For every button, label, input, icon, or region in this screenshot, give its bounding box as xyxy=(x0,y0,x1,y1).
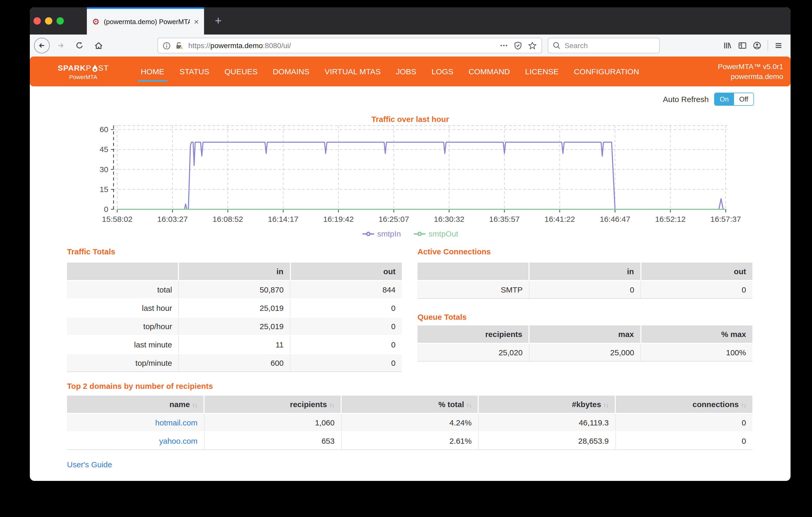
column-header-in: in xyxy=(179,263,290,281)
minimize-window-button[interactable] xyxy=(45,17,52,25)
auto-refresh-on-button[interactable]: On xyxy=(715,93,734,105)
value-pct-max: 100% xyxy=(641,343,752,361)
svg-text:0: 0 xyxy=(104,205,108,213)
row-label: total xyxy=(67,281,179,299)
back-button[interactable] xyxy=(34,38,50,53)
traffic-totals-title: Traffic Totals xyxy=(67,247,115,256)
value-in: 25,019 xyxy=(179,299,290,317)
sort-icon[interactable]: ↑↓ xyxy=(192,401,197,409)
nav-item-configuration[interactable]: CONFIGURATION xyxy=(574,67,639,76)
chart-legend: smtpIn smtpOut xyxy=(30,229,790,238)
column-header-recipients[interactable]: recipients↑↓ xyxy=(204,396,341,413)
auto-refresh-off-button[interactable]: Off xyxy=(734,93,753,105)
account-icon[interactable] xyxy=(753,41,761,50)
svg-text:16:46:47: 16:46:47 xyxy=(600,215,631,224)
flame-icon xyxy=(92,64,97,72)
nav-item-home[interactable]: HOME xyxy=(141,67,164,76)
legend-item-smtpout[interactable]: smtpOut xyxy=(413,229,458,238)
nav-item-jobs[interactable]: JOBS xyxy=(396,67,416,76)
bookmark-star-icon[interactable] xyxy=(528,41,537,50)
page-info-icon[interactable] xyxy=(163,41,171,50)
home-button[interactable] xyxy=(90,38,106,53)
zoom-window-button[interactable] xyxy=(57,17,64,25)
column-label: recipients xyxy=(290,400,327,409)
column-header-connections[interactable]: connections↑↓ xyxy=(615,396,752,413)
menu-hamburger-icon[interactable] xyxy=(774,41,783,50)
nav-item-status[interactable]: STATUS xyxy=(179,67,209,76)
domain-name-cell: hotmail.com xyxy=(67,413,204,432)
app-navbar: SPARKPST PowerMTA HOME STATUS QUEUES DOM… xyxy=(30,57,790,86)
sort-icon[interactable]: ↑↓ xyxy=(329,401,334,409)
logo-powermta-text: PowerMTA xyxy=(49,74,118,80)
legend-item-smtpin[interactable]: smtpIn xyxy=(362,229,401,238)
nav-item-queues[interactable]: QUEUES xyxy=(225,67,258,76)
column-header-name[interactable]: name↑↓ xyxy=(67,396,204,413)
close-window-button[interactable] xyxy=(33,17,41,25)
row-label: SMTP xyxy=(417,281,529,298)
column-label: % total xyxy=(438,400,464,409)
new-tab-button[interactable]: + xyxy=(210,13,226,29)
active-connections-table: in out SMTP00 xyxy=(417,263,752,299)
users-guide-link[interactable]: User's Guide xyxy=(67,460,112,469)
column-header-pct-max: % max xyxy=(641,325,752,343)
search-icon xyxy=(552,41,561,50)
svg-text:15:58:02: 15:58:02 xyxy=(102,215,133,224)
navbar-info: PowerMTA™ v5.0r1 powermta.demo xyxy=(718,61,783,81)
domain-link[interactable]: hotmail.com xyxy=(155,418,198,427)
value-pct-total: 2.61% xyxy=(341,432,478,450)
sidebar-toggle-icon[interactable] xyxy=(738,41,747,50)
url-path: :8080/ui/ xyxy=(263,41,291,50)
domain-link[interactable]: yahoo.com xyxy=(159,436,198,445)
sort-icon[interactable]: ↑↓ xyxy=(741,401,746,409)
smtpout-marker-icon xyxy=(413,231,426,236)
column-header-kbytes[interactable]: #kbytes↑↓ xyxy=(478,396,615,413)
value-in: 11 xyxy=(179,336,290,354)
column-header-pct-total[interactable]: % total↑↓ xyxy=(341,396,478,413)
row-label: top/minute xyxy=(67,354,179,372)
sort-icon[interactable]: ↑↓ xyxy=(466,401,471,409)
value-out: 0 xyxy=(290,317,402,336)
search-bar[interactable] xyxy=(548,38,660,53)
svg-text:16:19:42: 16:19:42 xyxy=(323,215,354,224)
svg-text:45: 45 xyxy=(100,145,108,153)
forward-button[interactable] xyxy=(53,38,68,53)
column-label: connections xyxy=(692,400,739,409)
save-to-pocket-shield-icon[interactable] xyxy=(514,41,522,50)
value-in: 0 xyxy=(529,281,641,298)
value-recipients: 25,020 xyxy=(417,343,529,361)
row-label: top/hour xyxy=(67,317,179,336)
value-recipients: 653 xyxy=(204,432,341,450)
nav-item-command[interactable]: COMMAND xyxy=(468,67,510,76)
nav-item-logs[interactable]: LOGS xyxy=(432,67,453,76)
auto-refresh-control: Auto Refresh On Off xyxy=(663,93,754,106)
nav-item-license[interactable]: LICENSE xyxy=(525,67,558,76)
svg-text:16:08:52: 16:08:52 xyxy=(213,215,243,224)
reload-button[interactable] xyxy=(72,38,87,53)
nav-item-domains[interactable]: DOMAINS xyxy=(273,67,310,76)
search-input[interactable] xyxy=(564,41,643,50)
page-actions-icon[interactable] xyxy=(500,41,508,50)
close-tab-icon[interactable]: × xyxy=(194,18,199,26)
reload-icon xyxy=(75,41,84,50)
legend-label-smtpout: smtpOut xyxy=(429,229,458,238)
value-recipients: 1,060 xyxy=(204,413,341,432)
column-header-out: out xyxy=(290,263,402,281)
svg-text:16:14:17: 16:14:17 xyxy=(268,215,298,224)
browser-tab[interactable]: ⚙ (powermta.demo) PowerMTA W × xyxy=(87,7,204,34)
back-arrow-icon xyxy=(38,41,46,50)
header-row: in out xyxy=(67,263,402,281)
value-out: 0 xyxy=(290,336,402,354)
browser-toolbar: https://powermta.demo:8080/ui/ xyxy=(30,34,790,57)
url-scheme: https:// xyxy=(188,41,210,50)
nav-item-virtual-mtas[interactable]: VIRTUAL MTAS xyxy=(325,67,381,76)
sparkpost-logo: SPARKPST PowerMTA xyxy=(49,63,118,80)
toolbar-separator xyxy=(767,40,768,51)
insecure-lock-warning-icon[interactable] xyxy=(175,41,184,50)
sort-icon[interactable]: ↑↓ xyxy=(603,401,608,409)
logo-st-text: ST xyxy=(98,63,109,72)
library-icon[interactable] xyxy=(723,41,732,50)
url-bar[interactable]: https://powermta.demo:8080/ui/ xyxy=(157,38,542,53)
value-out: 0 xyxy=(641,281,752,298)
powermta-favicon-icon: ⚙ xyxy=(92,18,100,26)
forward-arrow-icon xyxy=(57,41,65,50)
